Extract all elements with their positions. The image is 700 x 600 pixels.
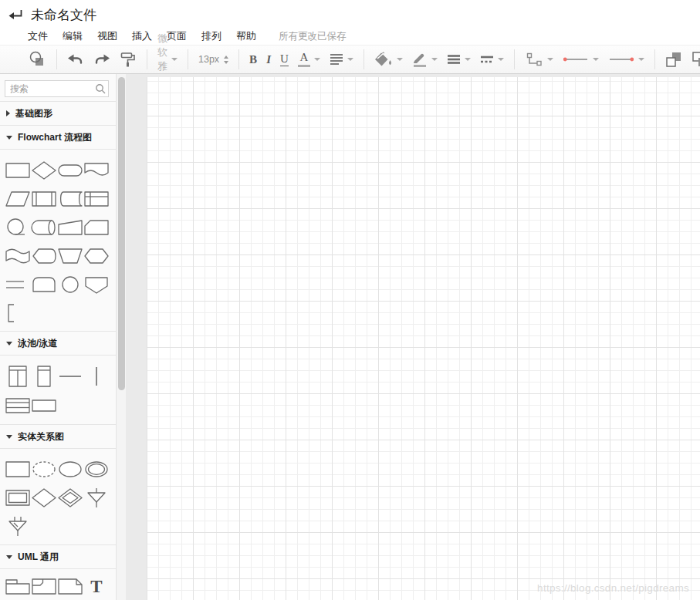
shape-card[interactable] [83,213,110,241]
document-title[interactable]: 未命名文件 [31,6,96,24]
canvas-area[interactable]: https://blog.csdn.net/pigdreams [126,74,700,600]
redo-button[interactable] [89,49,115,70]
shape-connector-circle[interactable] [57,270,83,298]
shape-identifying-relationship-double-diamond[interactable] [57,484,83,512]
shape-data-parallelogram[interactable] [5,184,31,213]
section-label: Flowchart 流程图 [18,131,92,144]
back-icon[interactable] [8,8,23,22]
underline-button[interactable]: U [276,49,293,70]
svg-text:T: T [90,577,102,595]
section-header-pool-swimlane[interactable]: 泳池/泳道 [0,331,116,356]
stepper-arrows-icon[interactable] [224,56,228,64]
shape-manual-input[interactable] [57,213,83,241]
shape-package[interactable] [5,575,31,597]
search-input[interactable] [5,80,109,97]
menu-edit[interactable]: 编辑 [63,29,83,43]
diagram-editor-app: 未命名文件 文件 编辑 视图 插入 页面 排列 帮助 所有更改已保存 [0,0,700,600]
bring-to-front-button[interactable] [661,49,687,70]
menu-insert[interactable]: 插入 [132,29,152,43]
shape-display[interactable] [31,241,57,270]
menu-bar: 文件 编辑 视图 插入 页面 排列 帮助 所有更改已保存 [0,29,700,43]
chevron-down-icon [498,58,504,61]
shape-horizontal-lane-line[interactable] [57,362,83,391]
connector-style-button[interactable] [520,49,558,70]
shape-terminator-rounded[interactable] [57,156,83,184]
shape-isa-specialization[interactable] [83,484,110,512]
italic-icon: I [266,54,271,66]
menu-page[interactable]: 页面 [167,29,187,43]
shape-or-lines[interactable] [5,270,31,298]
shape-left-bracket[interactable] [5,298,31,327]
shape-note[interactable] [57,575,83,597]
shape-stored-data[interactable] [57,184,83,213]
shape-category-union[interactable] [5,512,31,541]
shape-derived-attribute-dashed-ellipse[interactable] [31,455,57,484]
menu-view[interactable]: 视图 [97,29,117,43]
shape-vertical-lane-line[interactable] [83,362,110,391]
shape-sequential-data[interactable] [5,213,31,241]
font-size-stepper[interactable]: 13px [194,49,233,70]
section-header-flowchart[interactable]: Flowchart 流程图 [0,125,116,150]
chevron-down-icon [6,435,12,439]
bold-button[interactable]: B [245,49,262,70]
section-header-basic-shapes[interactable]: 基础图形 [0,101,116,126]
section-header-uml-general[interactable]: UML 通用 [0,544,116,569]
bold-icon: B [249,54,257,66]
line-style-button[interactable] [475,49,509,70]
italic-button[interactable]: I [262,49,276,70]
chevron-down-icon [6,136,12,140]
shape-frame[interactable] [31,575,57,597]
arrow-end-button[interactable] [604,49,649,70]
fill-color-button[interactable] [370,49,407,70]
menu-file[interactable]: 文件 [28,29,48,43]
shape-pool-horizontal-2lane[interactable] [5,391,31,420]
drawing-page-grid[interactable] [147,77,700,600]
undo-button[interactable] [63,49,89,70]
shape-decision-diamond[interactable] [31,156,57,184]
line-end-endpoint-icon [608,56,634,63]
menu-arrange[interactable]: 排列 [201,29,221,43]
shape-direct-data[interactable] [31,213,57,241]
shape-pool-vertical-1lane[interactable] [31,362,57,391]
shape-manual-operation[interactable] [57,241,83,270]
shape-internal-storage[interactable] [83,184,110,213]
shape-stored-data-rounded[interactable] [31,270,57,298]
font-size-value: 13px [198,54,219,65]
line-start-endpoint-icon [563,56,589,63]
line-weight-button[interactable] [442,49,475,70]
shape-grid-er-diagram [0,449,116,545]
shape-process-rect[interactable] [5,156,31,184]
shape-relationship-diamond[interactable] [31,484,57,512]
redo-icon [93,52,110,66]
shape-pool-vertical-2lane[interactable] [5,362,31,391]
shape-paper-tape[interactable] [5,241,31,270]
shape-search [5,80,109,97]
underline-icon: U [280,53,289,66]
line-color-button[interactable] [407,49,442,70]
format-painter-button[interactable] [115,49,141,70]
send-to-back-button[interactable] [687,49,700,70]
shape-attribute-ellipse[interactable] [57,455,83,484]
text-align-button[interactable] [325,49,358,70]
scrollbar-thumb[interactable] [118,77,125,390]
shape-predefined-process[interactable] [31,184,57,213]
shape-entity-rect[interactable] [5,455,31,484]
menu-help[interactable]: 帮助 [236,29,256,43]
font-family-select[interactable]: 微软雅黑 [153,49,182,70]
chevron-down-icon [6,555,12,559]
sidebar-scrollbar[interactable] [116,74,126,600]
font-color-button[interactable]: A [293,49,325,70]
shape-off-page-connector[interactable] [83,270,110,298]
shape-preparation-hexagon[interactable] [83,241,110,270]
section-label: 基础图形 [15,107,52,120]
shape-text[interactable]: T [83,575,110,597]
chevron-down-icon [431,58,438,61]
shape-multivalued-attribute-double-ellipse[interactable] [83,455,110,484]
shape-picker-button[interactable] [23,49,51,70]
shape-pool-horizontal-1lane[interactable] [31,391,57,420]
shape-weak-entity-double-rect[interactable] [5,484,31,512]
arrow-start-button[interactable] [558,49,604,70]
section-header-er-diagram[interactable]: 实体关系图 [0,424,116,449]
undo-icon [67,52,84,66]
shape-document[interactable] [83,156,110,184]
